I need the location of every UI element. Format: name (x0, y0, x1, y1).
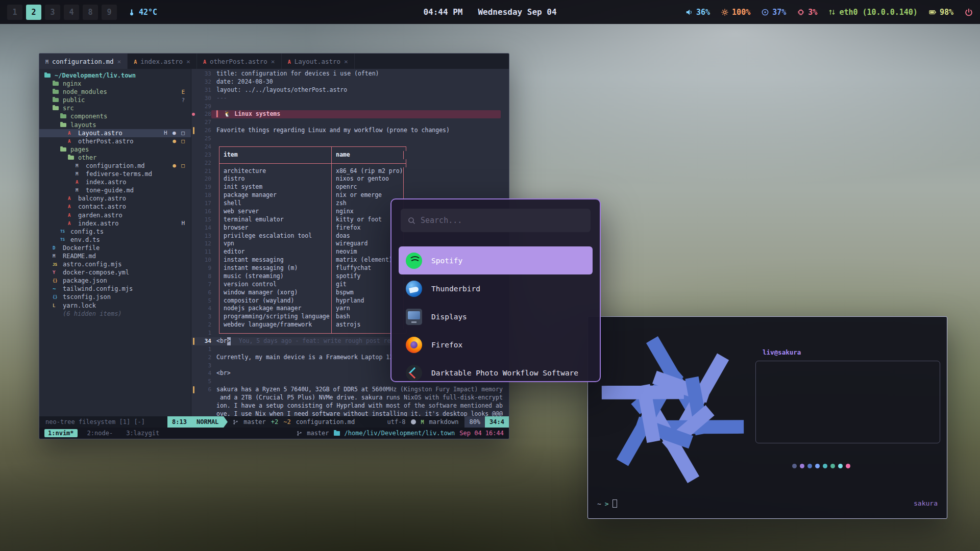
tree-item[interactable]: nginx (39, 80, 191, 88)
app-launcher[interactable]: Spotify Thunderbird Displays Firefox Dar… (390, 198, 601, 382)
tree-item[interactable]: contact.astro (39, 203, 191, 211)
table-cell-item: programming/scripting language (219, 313, 331, 321)
tree-item[interactable]: pages (39, 145, 191, 154)
tab-close-button[interactable]: × (344, 58, 348, 65)
tree-item[interactable]: components (39, 112, 191, 120)
temperature-module: 42°C (128, 8, 157, 17)
tree-item[interactable]: node_modules E (39, 88, 191, 96)
tab-close-button[interactable]: × (117, 58, 121, 65)
app-label: Firefox (431, 341, 462, 349)
launcher-app-item[interactable]: Darktable Photo Workflow Software (399, 359, 593, 382)
file-name: contact.astro (78, 203, 126, 210)
tree-item[interactable]: tailwind.config.mjs (39, 285, 191, 293)
tmux-window[interactable]: 3:lazygit (122, 429, 163, 437)
file-icon (53, 253, 60, 259)
table-cell-item: music (streaming) (219, 272, 331, 281)
editor-tab[interactable]: Layout.astro × (282, 54, 355, 69)
tree-item[interactable]: public ? (39, 96, 191, 104)
tree-item[interactable]: otherPost.astro ● □ (39, 137, 191, 145)
filetype-icon (134, 58, 137, 65)
tree-item[interactable]: index.astro H (39, 219, 191, 228)
workspace-button[interactable]: 4 (64, 5, 79, 20)
vim-mode-indicator: NORMAL (191, 416, 224, 428)
editor-tab[interactable]: otherPost.astro × (197, 54, 282, 69)
gutter-sign (191, 103, 196, 111)
battery-module[interactable]: 98% (929, 8, 953, 17)
tree-item[interactable]: index.astro (39, 178, 191, 186)
tree-item[interactable]: package.json (39, 277, 191, 285)
workspace-button[interactable]: 9 (102, 5, 117, 20)
line-number: 29 (196, 103, 211, 111)
app-icon (406, 309, 422, 325)
tree-item[interactable]: src (39, 104, 191, 112)
workspace-button[interactable]: 8 (83, 5, 98, 20)
editor-tab[interactable]: index.astro × (128, 54, 197, 69)
tree-item[interactable]: tsconfig.json (39, 293, 191, 301)
tmux-window-list: 1:nvim* 2:node- 3:lazygit (44, 429, 163, 437)
volume-icon (685, 9, 693, 16)
search-box[interactable] (401, 209, 591, 232)
tmux-window[interactable]: 1:nvim* (44, 429, 78, 437)
gutter-sign (191, 183, 196, 191)
gutter-sign (191, 256, 196, 264)
power-button[interactable] (965, 8, 973, 16)
tree-item[interactable]: other (39, 154, 191, 162)
terminal-cursor[interactable] (612, 499, 617, 508)
fastfetch-terminal-window[interactable]: liv@sakura OS: NixOS 24.11.20240828.71e9… (587, 316, 947, 519)
tab-close-button[interactable]: × (186, 58, 190, 65)
workspace-button[interactable]: 2 (26, 5, 41, 20)
cpu-module[interactable]: 3% (797, 8, 817, 17)
tree-item[interactable]: Layout.astro H ● □ (39, 129, 191, 137)
workspace-button[interactable]: 1 (7, 5, 22, 20)
tree-item[interactable]: balcony.astro (39, 194, 191, 203)
volume-module[interactable]: 36% (685, 8, 710, 17)
editor-tab[interactable]: configuration.md × (39, 54, 128, 69)
disk-module[interactable]: 37% (762, 8, 786, 17)
launcher-app-item[interactable]: Firefox (399, 331, 593, 359)
tmux-window[interactable]: 2:node- (84, 429, 117, 437)
table-cell-item: init system (219, 183, 331, 191)
tree-item[interactable]: garden.astro (39, 211, 191, 219)
line-content: <br> (216, 369, 231, 378)
tab-close-button[interactable]: × (271, 58, 275, 65)
gutter-sign (191, 369, 196, 378)
git-blame-text (407, 159, 415, 167)
brightness-module[interactable]: 100% (721, 8, 750, 17)
gutter-sign (191, 143, 196, 151)
table-cell-item: terminal emulator (219, 216, 331, 224)
tree-item[interactable]: (6 hidden items) (39, 310, 191, 318)
tree-item[interactable]: config.ts (39, 228, 191, 236)
tree-item[interactable]: tone-guide.md (39, 186, 191, 194)
line-content: Favorite things regarding Linux and my w… (216, 127, 450, 135)
editor-line: 29 (191, 103, 509, 111)
tree-item[interactable]: env.d.ts (39, 236, 191, 244)
tree-root[interactable]: ~/Development/liv.town (39, 71, 191, 80)
git-blame-text (216, 378, 225, 386)
launcher-app-item[interactable]: Spotify (399, 246, 593, 274)
gutter-sign (191, 248, 196, 256)
gutter-sign (191, 264, 196, 272)
launcher-app-item[interactable]: Thunderbird (399, 274, 593, 303)
tab-filename: index.astro (140, 58, 183, 65)
network-module[interactable]: eth0 (10.0.0.140) (828, 8, 918, 17)
clock-time: 04:44 PM (423, 7, 462, 17)
table-cell-item: item (219, 151, 331, 159)
tree-item[interactable]: docker-compose.yml (39, 268, 191, 277)
tree-item[interactable]: README.md (39, 252, 191, 260)
fetch-info-line: Packages: 1409 (nix-system), 2590 (nix-u… (762, 398, 935, 406)
table-cell-item: editor (219, 248, 331, 256)
launcher-app-item[interactable]: Displays (399, 303, 593, 331)
file-encoding: utf-8 (387, 418, 405, 425)
workspace-button[interactable]: 3 (45, 5, 60, 20)
prompt-char: > (605, 500, 609, 508)
search-input[interactable] (421, 216, 583, 225)
gutter-sign (191, 78, 196, 86)
tree-item[interactable]: fediverse-terms.md (39, 170, 191, 178)
line-number: 23 (196, 151, 211, 159)
tree-item[interactable]: layouts (39, 120, 191, 129)
tree-item[interactable]: astro.config.mjs (39, 260, 191, 268)
tree-item[interactable]: configuration.md ● □ (39, 162, 191, 170)
tree-item[interactable]: Dockerfile (39, 244, 191, 252)
powerline-separator (224, 416, 228, 428)
tree-item[interactable]: yarn.lock (39, 302, 191, 310)
